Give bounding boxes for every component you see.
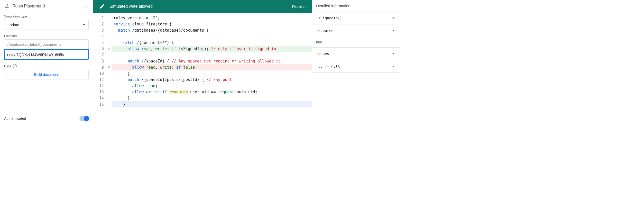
help-icon[interactable]: ? <box>13 64 17 68</box>
line-number: 12 <box>93 83 106 89</box>
line-status <box>106 95 112 101</box>
line-number: 8 <box>93 58 106 64</box>
line-number: 10 <box>93 70 106 77</box>
code-line[interactable]: match /{spaceId}/posts/{postId} { // any… <box>112 77 312 83</box>
detail-item[interactable]: isSignedIn() <box>312 12 400 24</box>
line-status <box>106 77 112 83</box>
data-label: Data ? <box>4 64 89 68</box>
code-content[interactable]: rules_version = '2';service cloud.firest… <box>112 13 312 125</box>
line-number: 9 <box>93 64 106 70</box>
detail-key: ... != null <box>316 64 340 68</box>
location-section: Location /databases/(default)/documents <box>0 32 93 62</box>
detail-key: isSignedIn() <box>316 16 342 20</box>
simulation-type-select[interactable]: update <box>4 20 89 30</box>
line-number: 7 <box>93 52 106 58</box>
detail-item[interactable]: request <box>312 48 400 60</box>
dropdown-caret-icon <box>83 24 85 25</box>
simulation-type-section: Simulation type update <box>0 12 93 32</box>
line-status <box>106 58 112 64</box>
simulation-type-value: update <box>7 23 19 27</box>
code-line[interactable]: service cloud.firestore { <box>112 21 312 27</box>
tune-icon <box>4 4 9 9</box>
line-number-gutter: 123456789101112131415 <box>93 13 106 125</box>
detail-item[interactable]: resource <box>312 24 400 37</box>
line-status <box>106 89 112 95</box>
detail-key: resource <box>316 29 333 33</box>
details-list: isSignedIn()resourcenullrequest... != nu… <box>312 12 400 73</box>
check-icon <box>107 47 111 51</box>
code-line[interactable]: allow write: if resource.user.uid == req… <box>112 89 312 95</box>
line-number: 11 <box>93 77 106 83</box>
code-line[interactable]: match /{spaceId} { // Any space: not rea… <box>112 58 312 64</box>
code-line[interactable]: match /{document=**} { <box>112 40 312 46</box>
chevron-down-icon <box>391 64 396 69</box>
line-status-gutter <box>106 13 112 125</box>
location-box: /databases/(default)/documents <box>4 39 89 50</box>
sidebar-header[interactable]: Rules Playground <box>0 0 93 12</box>
code-line[interactable]: match /databases/{database}/documents { <box>112 27 312 33</box>
line-number: 1 <box>93 15 106 21</box>
result-banner: Simulated write allowed Dismiss <box>93 0 312 13</box>
code-editor[interactable]: 123456789101112131415 rules_version = '2… <box>93 13 312 125</box>
chevron-down-icon <box>391 15 396 21</box>
line-number: 4 <box>93 33 106 40</box>
line-status <box>106 70 112 77</box>
code-line[interactable]: } <box>112 101 312 107</box>
line-status <box>106 27 112 33</box>
line-number: 2 <box>93 21 106 27</box>
line-number: 3 <box>93 27 106 33</box>
line-number: 14 <box>93 95 106 101</box>
line-status <box>106 83 112 89</box>
line-status <box>106 46 112 52</box>
rules-playground-sidebar: Rules Playground Simulation type update … <box>0 0 93 125</box>
detail-content: null <box>312 37 400 48</box>
line-number: 13 <box>93 89 106 95</box>
chevron-up-icon <box>391 28 396 33</box>
code-line[interactable] <box>112 52 312 58</box>
pencil-icon <box>99 4 105 9</box>
code-line[interactable]: rules_version = '2'; <box>112 15 312 21</box>
location-input[interactable] <box>5 50 88 59</box>
line-number: 15 <box>93 101 106 107</box>
authenticated-row: Authenticated <box>0 112 93 125</box>
dismiss-button[interactable]: Dismiss <box>292 4 306 9</box>
code-line[interactable]: allow read; <box>112 83 312 89</box>
line-status <box>106 40 112 46</box>
details-panel: Detailed information isSignedIn()resourc… <box>312 0 400 125</box>
toggle-knob <box>84 116 89 121</box>
location-label: Location <box>4 34 89 38</box>
line-status <box>106 33 112 40</box>
detail-key: request <box>316 52 331 56</box>
authenticated-toggle[interactable] <box>79 116 89 121</box>
location-path-prefix: /databases/(default)/documents <box>4 40 88 49</box>
chevron-down-icon <box>391 51 396 56</box>
line-number: 5 <box>93 40 106 46</box>
banner-message: Simulated write allowed <box>109 4 288 9</box>
editor-area: Simulated write allowed Dismiss 12345678… <box>93 0 312 125</box>
line-status <box>106 64 112 70</box>
simulation-type-label: Simulation type <box>4 14 89 18</box>
code-line[interactable]: } <box>112 95 312 101</box>
details-header: Detailed information <box>312 0 400 12</box>
line-status <box>106 21 112 27</box>
code-line[interactable]: allow read, write: if isSignedIn(); // o… <box>112 46 312 52</box>
line-status <box>106 15 112 21</box>
code-line[interactable]: } <box>112 70 312 77</box>
line-status <box>106 52 112 58</box>
code-line[interactable]: allow read, write: if false; <box>112 64 312 70</box>
data-label-text: Data <box>4 64 11 68</box>
detail-item[interactable]: ... != null <box>312 60 400 73</box>
data-section: Data ? Build document <box>0 62 93 81</box>
line-number: 6 <box>93 46 106 52</box>
authenticated-label: Authenticated <box>4 116 26 121</box>
chevron-down-icon <box>84 4 89 9</box>
code-line[interactable] <box>112 33 312 40</box>
x-icon <box>107 65 111 70</box>
line-status <box>106 101 112 107</box>
sidebar-title: Rules Playground <box>12 4 80 8</box>
build-document-button[interactable]: Build document <box>4 70 89 79</box>
